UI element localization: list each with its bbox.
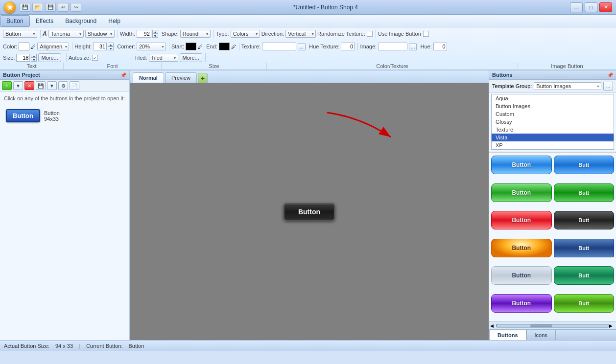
button-text-select[interactable]: Button [3, 30, 37, 38]
titlebar-icons: 💾 📂 💾 ↩ ↪ [20, 3, 81, 12]
save-icon-btn[interactable]: 💾 [20, 3, 30, 12]
canvas-body: Button [130, 83, 489, 340]
type-select[interactable]: Colors [231, 30, 260, 38]
image-browse-btn[interactable]: ... [409, 43, 417, 50]
thumb-green-1[interactable]: Button [491, 183, 552, 202]
template-group-label: Template Group: [492, 83, 532, 89]
dropdown-item-glossy[interactable]: Glossy [492, 118, 614, 126]
titlebar: ★ 💾 📂 💾 ↩ ↪ *Untitled - Button Shop 4 — … [0, 0, 616, 15]
randomize-checkbox[interactable] [367, 31, 373, 37]
tiled-select[interactable]: Tiled [149, 54, 178, 62]
hue-input[interactable] [433, 43, 447, 50]
direction-select[interactable]: Vertical [285, 30, 316, 38]
menu-button[interactable]: Button [0, 15, 30, 27]
thumb-blue-1[interactable]: Button [491, 156, 552, 174]
color-pick-icon[interactable]: 🖊 [31, 44, 36, 49]
end-color[interactable] [219, 43, 230, 50]
close-button[interactable]: ✕ [599, 2, 612, 12]
menu-help[interactable]: Help [102, 16, 126, 26]
font-size-input[interactable] [16, 54, 30, 62]
menu-effects[interactable]: Effects [30, 16, 59, 26]
start-pick-icon[interactable]: 🖊 [198, 44, 203, 49]
bottom-scrollbar[interactable]: ◀ ▶ [489, 321, 616, 329]
add-tab-button[interactable]: + [198, 73, 208, 83]
save2-icon-btn[interactable]: 💾 [45, 3, 56, 12]
use-image-checkbox[interactable] [423, 31, 429, 37]
open-icon-btn[interactable]: 📂 [32, 3, 43, 12]
texture-input[interactable] [262, 43, 296, 50]
thumb-green-2[interactable]: Butt [554, 183, 615, 202]
actual-size-label: Actual Button Size: [4, 343, 49, 349]
save-panel-btn[interactable]: 💾 [36, 81, 46, 90]
main-layout: Button Project 📌 + ▼ ✕ 💾 ▼ ⚙ 📄 Click on … [0, 70, 616, 340]
width-up[interactable]: ▲ [152, 30, 158, 34]
autosize-checkbox[interactable] [92, 55, 98, 61]
dropdown-item-vista[interactable]: Vista [492, 134, 614, 141]
left-panel: Button Project 📌 + ▼ ✕ 💾 ▼ ⚙ 📄 Click on … [0, 70, 130, 340]
thumb-orange-1[interactable]: Button [491, 239, 552, 257]
height-input[interactable] [93, 43, 107, 50]
redo-icon-btn[interactable]: ↪ [71, 3, 81, 12]
height-down[interactable]: ▼ [108, 46, 114, 50]
undo-icon-btn[interactable]: ↩ [58, 3, 69, 12]
thumb-silver2[interactable]: Butt [554, 239, 615, 257]
add-button[interactable]: + [2, 81, 12, 90]
font-size-group: Size: ▲ ▼ More... [3, 53, 67, 62]
font-size-up[interactable]: ▲ [31, 54, 37, 58]
right-panel: Buttons 📌 Template Group: Button Images … [489, 70, 616, 340]
tab-icons[interactable]: Icons [526, 330, 556, 340]
scroll-right-btn[interactable]: ▶ [609, 323, 615, 328]
scroll-left-btn[interactable]: ◀ [490, 323, 496, 328]
alignment-select[interactable]: Alignment [37, 43, 69, 50]
color-swatch[interactable] [19, 43, 29, 50]
panel-btn-5[interactable]: ▼ [47, 81, 57, 90]
dropdown-item-xp[interactable]: XP [492, 141, 614, 149]
button-info: Button 94x33 [44, 110, 60, 122]
hue-texture-input[interactable] [341, 43, 355, 50]
panel-btn-7[interactable]: 📄 [70, 81, 79, 90]
texture-browse-btn[interactable]: ... [298, 43, 306, 50]
tab-normal[interactable]: Normal [133, 72, 164, 83]
dropdown-item-button-images[interactable]: Button Images [492, 102, 614, 110]
project-button-item[interactable]: Button Button 94x33 [4, 107, 125, 124]
tab-buttons[interactable]: Buttons [489, 330, 526, 340]
thumb-purple-1[interactable]: Button [491, 294, 552, 313]
pin-icon[interactable]: 📌 [120, 72, 126, 78]
toolbar-row1: Button A Tahoma Shadow Width: ▲ ▼ Shape: [0, 27, 616, 40]
shape-select[interactable]: Round [180, 30, 211, 38]
image-label: Image: [360, 44, 377, 49]
minimize-button[interactable]: — [570, 2, 583, 12]
more-texture-btn[interactable]: More... [180, 53, 202, 62]
font-size-down[interactable]: ▼ [31, 58, 37, 62]
maximize-button[interactable]: □ [585, 2, 597, 12]
thumb-silver-1[interactable]: Button [491, 266, 552, 285]
width-down[interactable]: ▼ [152, 34, 158, 38]
right-pin-icon[interactable]: 📌 [607, 72, 613, 78]
menu-background[interactable]: Background [59, 16, 102, 26]
corner-select[interactable]: 20% [137, 43, 166, 50]
thumb-teal-1[interactable]: Butt [554, 266, 615, 285]
shadow-select[interactable]: Shadow [85, 30, 115, 38]
height-up[interactable]: ▲ [108, 43, 114, 46]
height-group: Height: ▲ ▼ Corner: 20% [74, 43, 169, 50]
delete-button[interactable]: ✕ [24, 81, 34, 90]
end-pick-icon[interactable]: 🖊 [231, 44, 236, 49]
canvas-main-button[interactable]: Button [284, 203, 335, 221]
panel-btn-6[interactable]: ⚙ [58, 81, 68, 90]
image-input[interactable] [378, 43, 407, 50]
more-font-btn[interactable]: More... [38, 53, 61, 62]
thumb-green3[interactable]: Butt [554, 294, 615, 313]
thumb-blue-2[interactable]: Butt [554, 156, 615, 174]
dropdown-item-aqua[interactable]: Aqua [492, 94, 614, 102]
dropdown-item-custom[interactable]: Custom [492, 110, 614, 118]
panel-btn-2[interactable]: ▼ [13, 81, 23, 90]
start-color[interactable] [186, 43, 196, 50]
thumb-dark-1[interactable]: Butt [554, 211, 615, 229]
template-group-select[interactable]: Button Images [534, 82, 601, 90]
tab-preview[interactable]: Preview [165, 72, 197, 83]
font-select[interactable]: Tahoma [48, 30, 84, 38]
template-group-more-btn[interactable]: ... [603, 82, 613, 91]
dropdown-item-texture[interactable]: Texture [492, 126, 614, 134]
width-input[interactable] [137, 30, 151, 38]
thumb-red-1[interactable]: Button [491, 211, 552, 229]
